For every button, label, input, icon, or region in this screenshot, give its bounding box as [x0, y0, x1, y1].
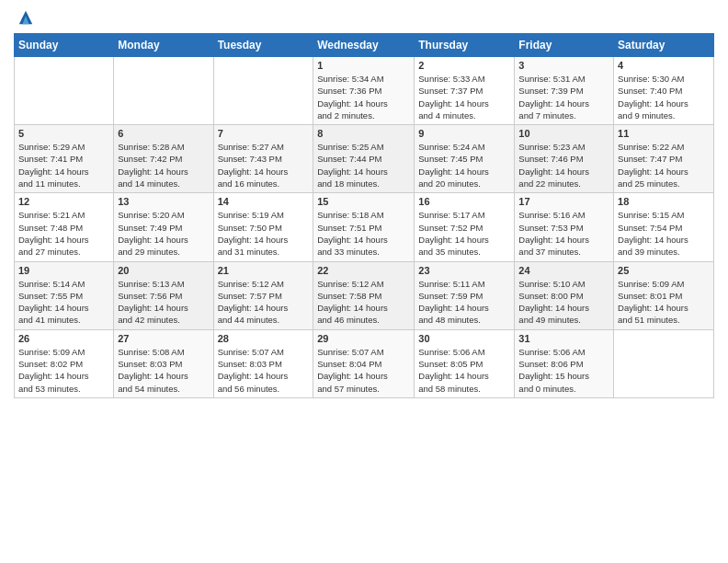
column-header-friday: Friday: [515, 34, 614, 57]
daylight-text-2: and 25 minutes.: [618, 178, 680, 189]
daylight-text-2: and 31 minutes.: [218, 247, 280, 257]
day-number: 11: [618, 128, 710, 139]
sunset-text: Sunset: 8:05 PM: [418, 359, 483, 369]
daylight-text-1: Daylight: 14 hours: [418, 303, 489, 313]
sunrise-text: Sunrise: 5:12 AM: [317, 279, 383, 289]
day-info: Sunrise: 5:06 AMSunset: 8:06 PMDaylight:…: [518, 346, 609, 395]
sunset-text: Sunset: 8:04 PM: [317, 359, 381, 369]
daylight-text-1: Daylight: 14 hours: [317, 303, 388, 313]
day-number: 14: [218, 196, 310, 207]
sunrise-text: Sunrise: 5:24 AM: [418, 142, 484, 152]
day-info: Sunrise: 5:19 AMSunset: 7:50 PMDaylight:…: [218, 209, 310, 258]
day-cell: [114, 57, 213, 125]
daylight-text-1: Daylight: 14 hours: [18, 371, 89, 381]
day-cell: 31Sunrise: 5:06 AMSunset: 8:06 PMDayligh…: [515, 329, 614, 397]
daylight-text-2: and 51 minutes.: [618, 315, 680, 325]
day-number: 9: [418, 128, 510, 139]
day-number: 3: [518, 60, 609, 71]
day-info: Sunrise: 5:18 AMSunset: 7:51 PMDaylight:…: [317, 209, 410, 258]
daylight-text-2: and 42 minutes.: [118, 315, 180, 325]
day-number: 31: [518, 333, 609, 344]
day-info: Sunrise: 5:11 AMSunset: 7:59 PMDaylight:…: [418, 278, 510, 327]
daylight-text-2: and 56 minutes.: [218, 384, 280, 394]
day-number: 5: [18, 128, 109, 139]
daylight-text-1: Daylight: 14 hours: [18, 303, 89, 313]
daylight-text-1: Daylight: 14 hours: [317, 98, 388, 109]
day-info: Sunrise: 5:09 AMSunset: 8:02 PMDaylight:…: [18, 346, 109, 395]
sunrise-text: Sunrise: 5:10 AM: [518, 279, 585, 289]
day-cell: [614, 329, 714, 397]
day-info: Sunrise: 5:13 AMSunset: 7:56 PMDaylight:…: [118, 278, 209, 327]
sunrise-text: Sunrise: 5:17 AM: [418, 210, 484, 220]
daylight-text-2: and 7 minutes.: [518, 110, 575, 121]
daylight-text-1: Daylight: 14 hours: [418, 98, 489, 109]
sunrise-text: Sunrise: 5:07 AM: [218, 347, 284, 357]
sunrise-text: Sunrise: 5:09 AM: [18, 347, 85, 357]
day-number: 17: [518, 196, 609, 207]
sunrise-text: Sunrise: 5:25 AM: [317, 142, 383, 152]
daylight-text-2: and 54 minutes.: [118, 384, 180, 394]
sunset-text: Sunset: 7:45 PM: [418, 154, 483, 164]
day-cell: 20Sunrise: 5:13 AMSunset: 7:56 PMDayligh…: [114, 261, 213, 329]
day-info: Sunrise: 5:14 AMSunset: 7:55 PMDaylight:…: [18, 278, 109, 327]
daylight-text-1: Daylight: 14 hours: [418, 235, 489, 245]
sunrise-text: Sunrise: 5:15 AM: [618, 210, 684, 220]
day-cell: 14Sunrise: 5:19 AMSunset: 7:50 PMDayligh…: [213, 193, 313, 261]
sunrise-text: Sunrise: 5:22 AM: [618, 142, 684, 152]
daylight-text-2: and 22 minutes.: [518, 178, 581, 189]
daylight-text-1: Daylight: 14 hours: [18, 167, 89, 177]
sunset-text: Sunset: 8:00 PM: [518, 291, 583, 301]
day-number: 21: [218, 265, 310, 276]
day-number: 25: [618, 265, 710, 276]
daylight-text-2: and 18 minutes.: [317, 178, 380, 189]
daylight-text-1: Daylight: 14 hours: [118, 303, 188, 313]
sunset-text: Sunset: 7:53 PM: [518, 223, 583, 233]
day-info: Sunrise: 5:27 AMSunset: 7:43 PMDaylight:…: [218, 141, 310, 190]
day-cell: 19Sunrise: 5:14 AMSunset: 7:55 PMDayligh…: [15, 261, 114, 329]
sunrise-text: Sunrise: 5:21 AM: [18, 210, 85, 220]
daylight-text-1: Daylight: 14 hours: [218, 167, 289, 177]
day-info: Sunrise: 5:22 AMSunset: 7:47 PMDaylight:…: [618, 141, 710, 190]
sunrise-text: Sunrise: 5:18 AM: [317, 210, 383, 220]
day-cell: 29Sunrise: 5:07 AMSunset: 8:04 PMDayligh…: [313, 329, 415, 397]
day-number: 10: [518, 128, 609, 139]
daylight-text-1: Daylight: 14 hours: [618, 98, 688, 109]
daylight-text-2: and 14 minutes.: [118, 178, 180, 189]
sunrise-text: Sunrise: 5:07 AM: [317, 347, 383, 357]
sunset-text: Sunset: 7:37 PM: [418, 86, 483, 96]
sunrise-text: Sunrise: 5:30 AM: [618, 74, 684, 84]
daylight-text-2: and 53 minutes.: [18, 384, 81, 394]
sunset-text: Sunset: 7:55 PM: [18, 291, 83, 301]
day-number: 28: [218, 333, 310, 344]
sunset-text: Sunset: 8:03 PM: [218, 359, 282, 369]
calendar-table: SundayMondayTuesdayWednesdayThursdayFrid…: [14, 33, 714, 398]
daylight-text-1: Daylight: 14 hours: [418, 167, 489, 177]
sunset-text: Sunset: 7:44 PM: [317, 154, 381, 164]
day-number: 26: [18, 333, 109, 344]
day-number: 19: [18, 265, 109, 276]
sunrise-text: Sunrise: 5:13 AM: [118, 279, 184, 289]
day-cell: 26Sunrise: 5:09 AMSunset: 8:02 PMDayligh…: [15, 329, 114, 397]
sunrise-text: Sunrise: 5:11 AM: [418, 279, 484, 289]
daylight-text-2: and 9 minutes.: [618, 110, 675, 121]
daylight-text-1: Daylight: 14 hours: [518, 235, 589, 245]
daylight-text-1: Daylight: 14 hours: [18, 235, 89, 245]
day-info: Sunrise: 5:09 AMSunset: 8:01 PMDaylight:…: [618, 278, 710, 327]
daylight-text-1: Daylight: 14 hours: [618, 235, 688, 245]
day-number: 12: [18, 196, 109, 207]
day-cell: 21Sunrise: 5:12 AMSunset: 7:57 PMDayligh…: [213, 261, 313, 329]
daylight-text-2: and 41 minutes.: [18, 315, 81, 325]
day-number: 23: [418, 265, 510, 276]
week-row-4: 19Sunrise: 5:14 AMSunset: 7:55 PMDayligh…: [15, 261, 714, 329]
sunrise-text: Sunrise: 5:08 AM: [118, 347, 184, 357]
sunset-text: Sunset: 7:58 PM: [317, 291, 381, 301]
day-cell: 13Sunrise: 5:20 AMSunset: 7:49 PMDayligh…: [114, 193, 213, 261]
daylight-text-2: and 37 minutes.: [518, 247, 581, 257]
sunset-text: Sunset: 7:46 PM: [518, 154, 583, 164]
daylight-text-1: Daylight: 14 hours: [418, 371, 489, 381]
day-cell: 12Sunrise: 5:21 AMSunset: 7:48 PMDayligh…: [15, 193, 114, 261]
daylight-text-2: and 49 minutes.: [518, 315, 581, 325]
sunset-text: Sunset: 7:59 PM: [418, 291, 483, 301]
day-cell: 5Sunrise: 5:29 AMSunset: 7:41 PMDaylight…: [15, 125, 114, 193]
daylight-text-1: Daylight: 14 hours: [518, 98, 589, 109]
